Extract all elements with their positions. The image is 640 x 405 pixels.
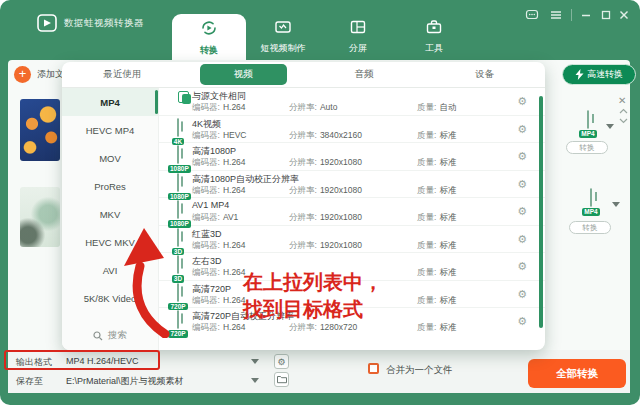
file2-format-selector[interactable]: MP4 [578, 189, 604, 216]
save-path-value[interactable]: E:\PrMaterial\图片与视频素材 [66, 375, 184, 388]
tv-icon [252, 18, 314, 40]
merge-checkbox[interactable] [368, 363, 379, 374]
tab-tools-label: 工具 [410, 42, 458, 55]
close-button[interactable] [616, 8, 632, 24]
panel-tab-recent[interactable]: 最近使用 [62, 62, 183, 87]
sidebar-item-label: MOV [99, 153, 121, 164]
tab-tools[interactable]: 工具 [410, 14, 458, 60]
screen-icon [177, 200, 179, 219]
format-row-4k[interactable]: 4K 4K视频 编码器:HEVC 分辨率:3840x2160 质量:标准 ⚙ [159, 116, 545, 144]
panel-tab-strip: 最近使用 视频 音频 设备 [62, 62, 545, 88]
panel-tab-device[interactable]: 设备 [424, 62, 545, 87]
format-row-720p[interactable]: 720P 高清720P 编码器:H.264 质量:标准 ⚙ [159, 281, 545, 309]
high-speed-convert-button[interactable]: 高速转换 [562, 64, 636, 85]
sidebar-item-label: MP4 [100, 97, 120, 108]
format-row-av1[interactable]: 1080P AV1 MP4 编码器:AV1 分辨率:1920x1080 质量:标… [159, 198, 545, 226]
row-settings-gear-icon[interactable]: ⚙ [517, 150, 527, 163]
sidebar-item-prores[interactable]: ProRes [62, 172, 158, 200]
convert-all-button[interactable]: 全部转换 [528, 359, 626, 388]
toolbox-icon [410, 18, 458, 40]
file2-format-caret-icon[interactable] [612, 202, 620, 207]
reorder-icons[interactable] [619, 108, 628, 128]
screen-icon [177, 228, 179, 247]
screen-icon [177, 118, 179, 137]
window-title: 数据蛙视频转换器 [64, 17, 144, 30]
panel-tab-audio-label: 音频 [320, 64, 407, 85]
row-settings-gear-icon[interactable]: ⚙ [517, 95, 527, 108]
panel-tab-video[interactable]: 视频 [183, 62, 304, 87]
file1-format-selector[interactable]: MP4 [575, 111, 601, 138]
sidebar-item-label: HEVC MP4 [86, 125, 135, 136]
panel-tab-device-label: 设备 [441, 64, 528, 85]
search-placeholder: 搜索 [108, 329, 127, 342]
split-screen-icon [334, 18, 382, 40]
merge-checkbox-label: 合并为一个文件 [386, 364, 453, 377]
output-format-label: 输出格式 [16, 356, 52, 369]
search-field[interactable]: 搜索 [62, 329, 158, 342]
open-folder-icon[interactable] [274, 372, 289, 387]
output-format-value[interactable]: MP4 H.264/HEVC [66, 356, 139, 366]
app-logo-icon [36, 12, 58, 38]
file1-format-caret-icon[interactable] [606, 124, 614, 129]
remove-file-icon[interactable]: ✕ [618, 96, 626, 106]
maximize-button[interactable] [598, 8, 614, 24]
tab-split-screen[interactable]: 分屏 [334, 14, 382, 60]
header-divider [571, 9, 572, 21]
panel-tab-audio[interactable]: 音频 [304, 62, 425, 87]
convert-all-label: 全部转换 [556, 367, 598, 381]
high-speed-label: 高速转换 [587, 68, 623, 81]
format-sidebar: MP4 HEVC MP4 MOV ProRes MKV HEVC MKV AVI… [62, 88, 159, 350]
row-settings-gear-icon[interactable]: ⚙ [517, 288, 527, 301]
file1-action-label: 转换 [580, 143, 595, 153]
app-window: 数据蛙视频转换器 转换 短视频制作 [0, 0, 640, 405]
sidebar-item-label: HEVC MKV [85, 237, 135, 248]
format-dropdown-panel: 最近使用 视频 音频 设备 MP4 HEVC MP4 MOV ProRes MK… [62, 62, 545, 350]
row-settings-gear-icon[interactable]: ⚙ [517, 233, 527, 246]
row-settings-gear-icon[interactable]: ⚙ [517, 205, 527, 218]
sidebar-item-5k8k[interactable]: 5K/8K Video [62, 284, 158, 312]
sidebar-item-hevc-mp4[interactable]: HEVC MP4 [62, 116, 158, 144]
tab-convert[interactable]: 转换 [172, 14, 246, 60]
format-list: 与源文件相同 编码器:H.264 分辨率:Auto 质量:自动 ⚙ 4K 4K视… [159, 88, 545, 340]
row-settings-gear-icon[interactable]: ⚙ [517, 123, 527, 136]
file1-action-button[interactable]: 转换 [566, 141, 608, 154]
format-row-anaglyph-3d[interactable]: 3D 红蓝3D 编码器:H.264 分辨率:1920x1080 质量:标准 ⚙ [159, 226, 545, 254]
sidebar-item-hevc-mkv[interactable]: HEVC MKV [62, 228, 158, 256]
feedback-icon[interactable] [524, 8, 540, 24]
file1-format-badge: MP4 [579, 130, 596, 138]
row-settings-gear-icon[interactable]: ⚙ [517, 178, 527, 191]
file2-action-button[interactable]: 转换 [569, 221, 611, 234]
output-settings-gear-icon[interactable]: ⚙ [274, 354, 289, 369]
format-name: AV1 MP4 [192, 200, 229, 210]
row-settings-gear-icon[interactable]: ⚙ [517, 315, 527, 328]
search-icon [93, 331, 103, 341]
minimize-button[interactable] [578, 8, 594, 24]
menu-icon[interactable] [548, 8, 564, 24]
sidebar-item-avi[interactable]: AVI [62, 256, 158, 284]
screenshot: 数据蛙视频转换器 转换 短视频制作 [0, 0, 640, 405]
tab-short-video-label: 短视频制作 [252, 42, 314, 55]
save-to-label: 保存至 [16, 375, 43, 388]
save-path-caret-icon[interactable] [251, 378, 259, 383]
panel-tab-video-label: 视频 [200, 64, 287, 85]
output-format-caret-icon[interactable] [251, 359, 259, 364]
row-settings-gear-icon[interactable]: ⚙ [517, 260, 527, 273]
video-thumbnail-2[interactable] [20, 187, 60, 247]
sidebar-item-mkv[interactable]: MKV [62, 200, 158, 228]
convert-icon [172, 18, 246, 42]
screen-icon [177, 283, 179, 302]
panel-tab-recent-label: 最近使用 [69, 64, 175, 85]
format-row-1080p[interactable]: 1080P 高清1080P 编码器:H.264 分辨率:1920x1080 质量… [159, 143, 545, 171]
sidebar-item-mp4[interactable]: MP4 [62, 88, 158, 116]
lightning-icon [575, 69, 584, 80]
format-row-1080p-auto[interactable]: 1080P 高清1080P自动校正分辨率 编码器:H.264 分辨率:1920x… [159, 171, 545, 199]
screen-icon [177, 145, 179, 164]
sidebar-item-mov[interactable]: MOV [62, 144, 158, 172]
format-row-720p-auto[interactable]: 720P 高清720P自动校正分辨率 编码器:H.264 分辨率:1280x72… [159, 308, 545, 336]
tab-split-screen-label: 分屏 [334, 42, 382, 55]
format-row-same-as-source[interactable]: 与源文件相同 编码器:H.264 分辨率:Auto 质量:自动 ⚙ [159, 88, 545, 116]
scrollbar[interactable] [539, 96, 543, 328]
format-row-sbs-3d[interactable]: 3D 左右3D 编码器:H.264 质量:标准 ⚙ [159, 253, 545, 281]
tab-short-video[interactable]: 短视频制作 [252, 14, 314, 60]
video-thumbnail-1[interactable] [20, 99, 60, 161]
